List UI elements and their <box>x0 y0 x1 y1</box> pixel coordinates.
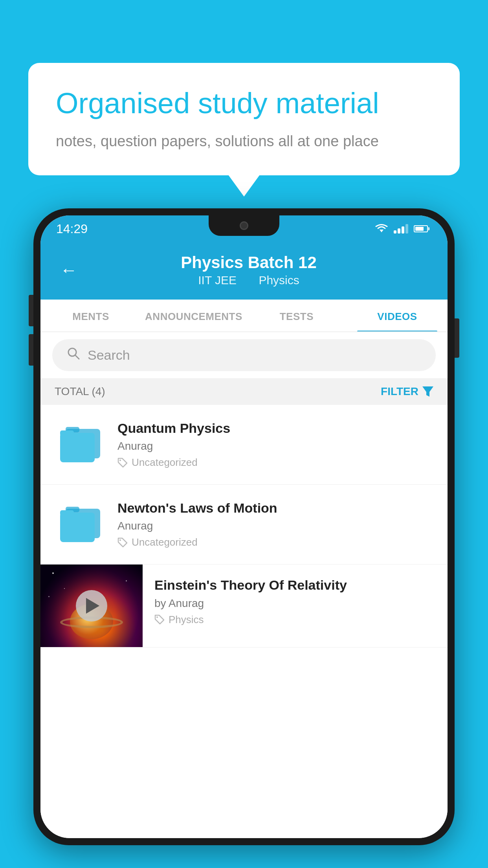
header-title-group: Physics Batch 12 IIT JEE Physics <box>89 253 408 287</box>
svg-marker-0 <box>380 230 383 232</box>
video-info-3: Einstein's Theory Of Relativity by Anura… <box>143 565 448 638</box>
svg-rect-6 <box>60 433 95 462</box>
filter-button[interactable]: FILTER <box>381 385 433 398</box>
video-author-2: Anurag <box>117 520 433 532</box>
video-info-2: Newton's Laws of Motion Anurag Uncategor… <box>117 500 433 548</box>
search-input-placeholder: Search <box>88 348 130 363</box>
tab-announcements[interactable]: ANNOUNCEMENTS <box>141 300 246 331</box>
svg-line-2 <box>75 355 79 359</box>
volume-down-button[interactable] <box>29 334 33 366</box>
filter-funnel-icon <box>422 386 433 397</box>
wifi-icon <box>375 224 388 234</box>
header-subtitle-left: IIT JEE <box>198 274 237 287</box>
video-item-3[interactable]: Einstein's Theory Of Relativity by Anura… <box>40 565 448 647</box>
svg-point-13 <box>119 539 121 541</box>
video-author-3: by Anurag <box>154 597 436 610</box>
play-triangle-icon <box>86 598 99 614</box>
tabs-bar: MENTS ANNOUNCEMENTS TESTS VIDEOS <box>40 300 448 332</box>
video-title-2: Newton's Laws of Motion <box>117 500 433 516</box>
search-bar[interactable]: Search <box>52 339 436 371</box>
video-info-1: Quantum Physics Anurag Uncategorized <box>117 421 433 469</box>
filter-bar: TOTAL (4) FILTER <box>40 378 448 405</box>
svg-point-14 <box>156 616 158 618</box>
front-camera <box>240 221 248 230</box>
speech-bubble: Organised study material notes, question… <box>28 63 460 175</box>
video-list: Quantum Physics Anurag Uncategorized <box>40 405 448 838</box>
speech-bubble-title: Organised study material <box>56 86 432 120</box>
video-tag-label-2: Uncategorized <box>132 536 198 548</box>
svg-marker-3 <box>422 386 433 397</box>
filter-label: FILTER <box>381 385 418 398</box>
video-tag-label-1: Uncategorized <box>132 456 198 469</box>
folder-icon-2 <box>59 505 102 544</box>
tag-icon-2 <box>117 537 128 548</box>
video-thumb-2 <box>55 499 106 550</box>
signal-icon <box>394 224 408 234</box>
svg-rect-12 <box>60 510 74 516</box>
phone-outer: 14:29 <box>33 208 455 845</box>
video-tag-2: Uncategorized <box>117 536 433 548</box>
svg-rect-11 <box>60 513 95 542</box>
video-item-1[interactable]: Quantum Physics Anurag Uncategorized <box>40 405 448 485</box>
tab-tests[interactable]: TESTS <box>246 300 347 331</box>
svg-point-8 <box>119 460 121 461</box>
svg-rect-7 <box>60 430 74 436</box>
video-title-1: Quantum Physics <box>117 421 433 436</box>
status-icons <box>375 224 428 234</box>
speech-bubble-subtitle: notes, question papers, solutions all at… <box>56 131 432 152</box>
tag-icon-1 <box>117 458 128 468</box>
back-button[interactable]: ← <box>60 261 77 279</box>
video-tag-3: Physics <box>154 614 436 626</box>
volume-up-button[interactable] <box>29 295 33 326</box>
phone-notch <box>209 215 279 236</box>
app-header: ← Physics Batch 12 IIT JEE Physics <box>40 242 448 300</box>
phone-screen: 14:29 <box>40 215 448 838</box>
video-author-1: Anurag <box>117 440 433 452</box>
header-title: Physics Batch 12 <box>89 253 408 272</box>
video-tag-label-3: Physics <box>169 614 204 626</box>
video-tag-1: Uncategorized <box>117 456 433 469</box>
header-subtitle-right: Physics <box>259 274 299 287</box>
tab-ments[interactable]: MENTS <box>40 300 141 331</box>
search-container: Search <box>40 332 448 378</box>
play-button-3[interactable] <box>76 590 107 622</box>
power-button[interactable] <box>455 318 459 358</box>
tag-icon-3 <box>154 614 165 625</box>
folder-icon-1 <box>59 425 102 464</box>
video-thumbnail-3 <box>40 565 143 647</box>
video-item-2[interactable]: Newton's Laws of Motion Anurag Uncategor… <box>40 485 448 565</box>
video-thumb-1 <box>55 419 106 470</box>
video-title-3: Einstein's Theory Of Relativity <box>154 577 436 593</box>
header-subtitle: IIT JEE Physics <box>89 274 408 287</box>
search-icon <box>66 346 81 364</box>
total-count: TOTAL (4) <box>55 385 105 398</box>
phone-mockup: 14:29 <box>33 208 455 868</box>
status-time: 14:29 <box>56 222 88 236</box>
battery-icon <box>414 225 428 232</box>
tab-videos[interactable]: VIDEOS <box>347 300 448 331</box>
